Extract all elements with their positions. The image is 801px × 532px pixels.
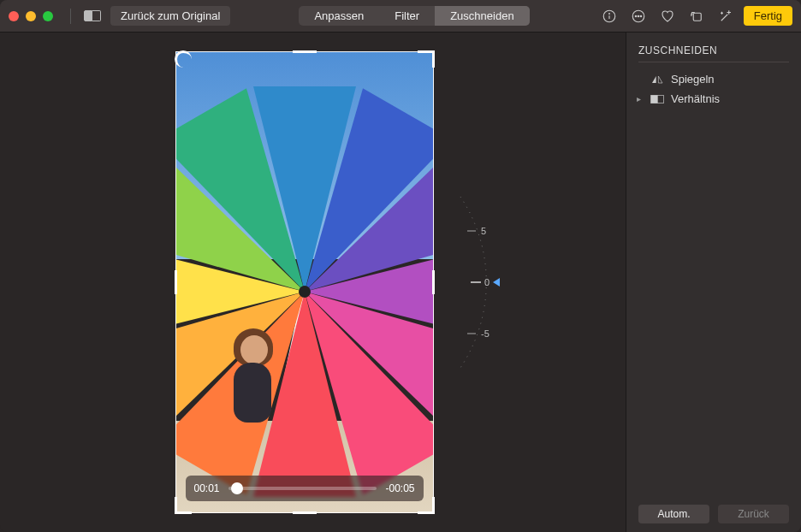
umbrella-graphic: [175, 86, 434, 497]
video-trim-bar[interactable]: 00:01 -00:05: [186, 476, 424, 501]
svg-rect-7: [693, 13, 701, 21]
tab-crop[interactable]: Zuschneiden: [435, 6, 529, 26]
svg-point-4: [635, 15, 637, 17]
close-window-button[interactable]: [9, 11, 19, 21]
minimize-window-button[interactable]: [26, 11, 36, 21]
trim-playhead[interactable]: [231, 482, 243, 494]
aspect-ratio-button[interactable]: ▸ Verhältnis: [638, 89, 789, 109]
photo-preview: 00:01 -00:05: [175, 51, 434, 513]
canvas-area: 00:01 -00:05: [0, 33, 626, 532]
trim-track[interactable]: [228, 487, 377, 490]
tab-filter[interactable]: Filter: [379, 6, 435, 26]
flip-button[interactable]: Spiegeln: [638, 69, 789, 89]
info-icon[interactable]: [598, 5, 620, 27]
window-controls: [9, 11, 53, 21]
favorite-heart-icon[interactable]: [656, 5, 679, 27]
edit-mode-tabs: Anpassen Filter Zuschneiden: [299, 6, 529, 26]
revert-to-original-button[interactable]: Zurück zum Original: [110, 6, 230, 26]
aspect-label: Verhältnis: [671, 92, 720, 105]
aspect-icon: [650, 93, 664, 105]
crop-region[interactable]: 00:01 -00:05: [175, 51, 434, 513]
crop-sidebar: ZUSCHNEIDEN Spiegeln ▸ Verhältnis Autom.…: [626, 33, 801, 532]
dial-label-plus5: 5: [481, 226, 486, 236]
done-button[interactable]: Fertig: [744, 6, 792, 26]
sidebar-title: ZUSCHNEIDEN: [638, 44, 789, 62]
svg-rect-12: [651, 95, 658, 103]
more-icon[interactable]: [627, 5, 650, 27]
rotate-icon[interactable]: [685, 5, 708, 27]
auto-enhance-icon[interactable]: [715, 5, 737, 27]
auto-crop-button[interactable]: Autom.: [638, 505, 709, 523]
svg-point-2: [608, 13, 609, 14]
flip-icon: [650, 74, 664, 86]
dial-pointer-icon: [493, 278, 500, 287]
tab-adjust[interactable]: Anpassen: [299, 6, 379, 26]
sidebar-footer: Autom. Zurück: [638, 505, 789, 523]
content-area: 00:01 -00:05: [0, 33, 801, 532]
compare-split-icon[interactable]: [81, 5, 104, 27]
spacer: [637, 74, 644, 84]
svg-point-6: [640, 15, 642, 17]
dial-label-minus5: -5: [481, 328, 490, 339]
titlebar: Zurück zum Original Anpassen Filter Zusc…: [0, 0, 801, 33]
zoom-window-button[interactable]: [43, 11, 53, 21]
trim-remaining-time: -00:05: [385, 482, 414, 494]
divider: [70, 9, 71, 24]
chevron-right-icon: ▸: [637, 94, 644, 103]
person-graphic: [222, 328, 282, 448]
svg-point-5: [638, 15, 639, 17]
flip-label: Spiegeln: [671, 73, 715, 86]
trim-current-time: 00:01: [194, 482, 220, 494]
straighten-dial[interactable]: 5 0 -5: [443, 188, 503, 376]
dial-label-zero: 0: [484, 277, 490, 287]
reset-crop-button[interactable]: Zurück: [718, 505, 789, 523]
